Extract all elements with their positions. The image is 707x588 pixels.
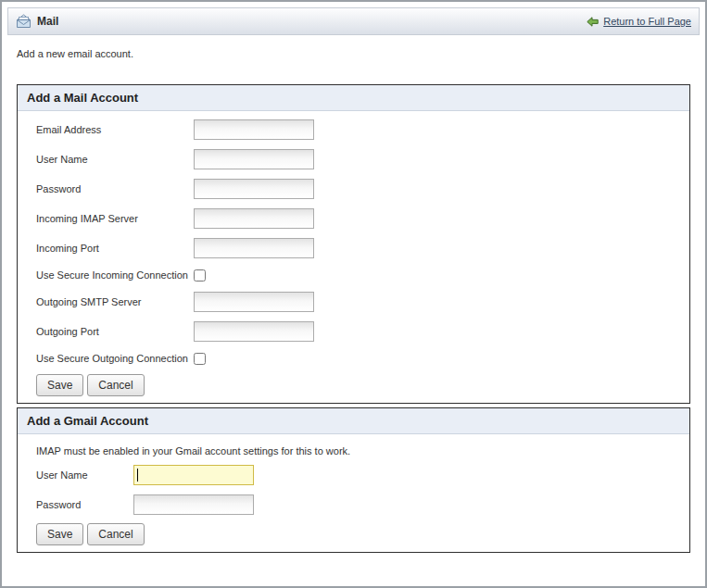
form-row-outgoing-smtp-server: Outgoing SMTP Server <box>36 287 671 317</box>
gmail-user-name-input[interactable] <box>133 465 254 485</box>
gmail-cancel-button[interactable]: Cancel <box>87 523 144 545</box>
outgoing-smtp-server-label: Outgoing SMTP Server <box>36 296 194 307</box>
incoming-imap-server-input[interactable] <box>194 208 314 229</box>
incoming-imap-server-label: Incoming IMAP Server <box>36 213 194 224</box>
use-secure-outgoing-label: Use Secure Outgoing Connection <box>36 353 194 364</box>
form-row-incoming-port: Incoming Port <box>36 233 671 263</box>
gmail-button-row: Save Cancel <box>36 522 671 546</box>
form-row-password: Password <box>36 174 671 204</box>
password-input[interactable] <box>194 179 314 199</box>
text-cursor <box>137 469 138 482</box>
gmail-password-input[interactable] <box>133 494 254 515</box>
gmail-account-panel: Add a Gmail Account IMAP must be enabled… <box>17 407 690 553</box>
use-secure-outgoing-checkbox[interactable] <box>194 353 206 365</box>
email-address-label: Email Address <box>36 124 194 135</box>
return-to-full-page-link[interactable]: Return to Full Page <box>603 16 691 27</box>
gmail-user-name-input-wrap <box>133 465 254 485</box>
gmail-save-button[interactable]: Save <box>36 523 83 545</box>
password-label: Password <box>36 183 194 194</box>
form-row-secure-incoming: Use Secure Incoming Connection <box>36 263 671 287</box>
form-row-outgoing-port: Outgoing Port <box>36 317 671 346</box>
mail-panel-title: Add a Mail Account <box>18 85 689 111</box>
form-row-incoming-imap-server: Incoming IMAP Server <box>36 204 671 233</box>
form-row-gmail-password: Password <box>36 490 671 519</box>
mail-account-form: Email Address User Name Password Incomin… <box>18 111 689 403</box>
gmail-panel-title: Add a Gmail Account <box>18 408 689 434</box>
gmail-account-form: IMAP must be enabled in your Gmail accou… <box>18 434 689 552</box>
user-name-label: User Name <box>36 154 194 165</box>
intro-text: Add a new email account. <box>17 48 700 61</box>
gmail-description: IMAP must be enabled in your Gmail accou… <box>36 445 671 457</box>
outgoing-port-label: Outgoing Port <box>36 326 194 337</box>
mail-account-panel: Add a Mail Account Email Address User Na… <box>17 84 690 404</box>
form-row-user-name: User Name <box>36 144 671 174</box>
incoming-port-input[interactable] <box>194 238 314 258</box>
portlet-title-group: Mail <box>15 14 58 29</box>
use-secure-incoming-checkbox[interactable] <box>194 269 206 281</box>
gmail-password-label: Password <box>36 499 133 510</box>
form-row-secure-outgoing: Use Secure Outgoing Connection <box>36 346 671 370</box>
green-left-arrow-icon <box>587 17 599 27</box>
mail-button-row: Save Cancel <box>36 373 671 397</box>
gmail-user-name-label: User Name <box>36 469 133 481</box>
envelope-icon <box>15 14 32 29</box>
use-secure-incoming-label: Use Secure Incoming Connection <box>36 269 194 281</box>
form-row-gmail-user-name: User Name <box>36 460 671 490</box>
portlet-title: Mail <box>37 15 58 28</box>
outgoing-port-input[interactable] <box>194 321 314 342</box>
return-link-group[interactable]: Return to Full Page <box>587 16 691 27</box>
incoming-port-label: Incoming Port <box>36 243 194 254</box>
mail-cancel-button[interactable]: Cancel <box>87 374 144 396</box>
email-address-input[interactable] <box>194 119 314 140</box>
mail-portlet-page: Mail Return to Full Page Add a new email… <box>0 0 707 588</box>
user-name-input[interactable] <box>194 149 314 169</box>
outgoing-smtp-server-input[interactable] <box>194 292 314 312</box>
mail-save-button[interactable]: Save <box>36 374 83 396</box>
portlet-title-bar: Mail Return to Full Page <box>7 7 700 35</box>
form-row-email-address: Email Address <box>36 115 671 144</box>
